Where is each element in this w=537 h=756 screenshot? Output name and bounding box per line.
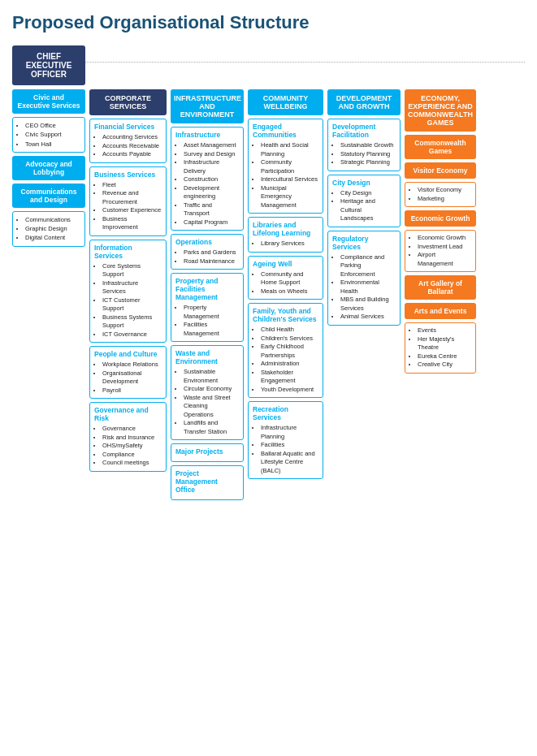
development-header: DEVELOPMENT AND GROWTH — [327, 89, 401, 115]
operations-section: Operations Parks and Gardens Road Mainte… — [171, 234, 244, 270]
list-item: Revenue and Procurement — [102, 189, 162, 206]
civic-services: CEO Office Civic Support Town Hall — [12, 117, 85, 153]
list-item: Town Hall — [25, 140, 80, 149]
list-item: Accounts Receivable — [102, 142, 162, 151]
ceo-row: CHIEF EXECUTIVE OFFICER — [12, 45, 525, 89]
economic-growth-section: Economic Growth Investment Lead Airport … — [405, 230, 476, 272]
list-item: Core Systems Support — [102, 262, 162, 279]
list-item: CEO Office — [25, 121, 80, 130]
infrastructure-section: Infrastructure Asset Management Survey a… — [171, 127, 244, 231]
regulatory-services: Regulatory Services Compliance and Parki… — [327, 231, 401, 326]
information-services: Information Services Core Systems Suppor… — [89, 240, 167, 343]
list-item: Youth Development — [261, 386, 318, 395]
corporate-column: CORPORATE SERVICES Financial Services Ac… — [89, 89, 167, 503]
list-item: Early Childhood Partnerships — [261, 343, 318, 360]
page-title: Proposed Organisational Structure — [12, 12, 525, 33]
list-item: Parks and Gardens — [184, 248, 239, 257]
list-item: Intercultural Services — [261, 175, 318, 184]
list-item: Environmental Health — [340, 279, 396, 296]
list-item: City Design — [340, 189, 396, 198]
list-item: Compliance and Parking Enforcement — [340, 253, 396, 279]
list-item: Strategic Planning — [340, 158, 396, 167]
list-item: Children's Services — [261, 335, 318, 343]
list-item: Facilities — [261, 441, 318, 450]
development-facilitation: Development Facilitation Sustainable Gro… — [327, 119, 401, 171]
list-item: Governance — [102, 425, 162, 434]
civic-header: Civic and Executive Services — [12, 89, 85, 114]
list-item: Stakeholder Engagement — [261, 369, 318, 386]
list-item: Eureka Centre — [418, 352, 471, 361]
economy-column: ECONOMY, EXPERIENCE AND COMMONWEALTH GAM… — [405, 89, 476, 503]
list-item: Waste and Street Cleaning Operations — [184, 394, 239, 420]
list-item: Marketing — [418, 195, 471, 204]
list-item: Airport Management — [418, 251, 471, 268]
list-item: Compliance — [102, 451, 162, 460]
list-item: ICT Governance — [102, 330, 162, 339]
list-item: Road Maintenance — [184, 257, 239, 266]
list-item: Animal Services — [340, 313, 396, 322]
commonwealth-games-header: Commonwealth Games — [405, 135, 476, 159]
list-item: Construction — [184, 175, 239, 184]
corporate-header: CORPORATE SERVICES — [89, 89, 167, 115]
list-item: Payroll — [102, 387, 162, 395]
list-item: Infrastructure Delivery — [184, 158, 239, 175]
list-item: Accounts Payable — [102, 150, 162, 159]
list-item: Investment Lead — [418, 243, 471, 252]
property-facilities: Property and Facilities Management Prope… — [171, 273, 244, 342]
list-item: Accounting Services — [102, 133, 162, 142]
list-item: Events — [418, 326, 471, 335]
engaged-communities: Engaged Communities Health and Social Pl… — [248, 119, 323, 214]
financial-services: Financial Services Accounting Services A… — [89, 119, 167, 163]
list-item: Sustainable Environment — [184, 368, 239, 385]
list-item: Circular Economy — [184, 385, 239, 394]
list-item: Infrastructure Services — [102, 279, 162, 296]
list-item: Business Systems Support — [102, 313, 162, 330]
list-item: Asset Management — [184, 141, 239, 150]
visitor-economy-section: Visitor Economy Marketing — [405, 182, 476, 207]
infrastructure-column: INFRASTRUCTURE AND ENVIRONMENT Infrastru… — [171, 89, 244, 503]
city-design: City Design City Design Heritage and Cul… — [327, 175, 401, 227]
economic-growth-header: Economic Growth — [405, 210, 476, 227]
list-item: Fleet — [102, 181, 162, 190]
list-item: Traffic and Transport — [184, 201, 239, 218]
ageing-well: Ageing Well Community and Home Support M… — [248, 256, 323, 300]
development-column: DEVELOPMENT AND GROWTH Development Facil… — [327, 89, 401, 503]
ceo-connector — [85, 62, 525, 63]
list-item: Visitor Economy — [418, 186, 471, 195]
list-item: Child Health — [261, 326, 318, 335]
list-item: Capital Program — [184, 218, 239, 227]
list-item: Sustainable Growth — [340, 141, 396, 150]
list-item: Her Majesty's Theatre — [418, 335, 471, 352]
list-item: Landfills and Transfer Station — [184, 419, 239, 436]
list-item: Civic Support — [25, 130, 80, 139]
recreation-services: Recreation Services Infrastructure Plann… — [248, 401, 323, 479]
list-item: Digital Content — [25, 233, 80, 242]
columns-section: Civic and Executive Services CEO Office … — [12, 89, 525, 503]
libraries-learning: Libraries and Lifelong Learning Library … — [248, 217, 323, 253]
list-item: Development engineering — [184, 184, 239, 201]
list-item: Community Participation — [261, 158, 318, 175]
list-item: ICT Customer Support — [102, 296, 162, 313]
list-item: Heritage and Cultural Landscapes — [340, 197, 396, 223]
major-projects: Major Projects — [171, 443, 244, 462]
governance-risk: Governance and Risk Governance Risk and … — [89, 402, 167, 472]
list-item: Graphic Design — [25, 224, 80, 233]
infrastructure-header: INFRASTRUCTURE AND ENVIRONMENT — [171, 89, 244, 123]
list-item: Creative City — [418, 361, 471, 369]
list-item: Property Management — [184, 304, 239, 321]
list-item: Facilities Management — [184, 321, 239, 338]
family-youth-children: Family, Youth and Children's Services Ch… — [248, 303, 323, 398]
list-item: Economic Growth — [418, 234, 471, 243]
list-item: Ballarat Aquatic and Lifestyle Centre (B… — [261, 450, 318, 476]
list-item: Library Services — [261, 240, 318, 248]
business-services: Business Services Fleet Revenue and Proc… — [89, 166, 167, 236]
art-gallery-header: Art Gallery of Ballarat — [405, 275, 476, 300]
list-item: Community and Home Support — [261, 270, 318, 287]
visitor-economy-header: Visitor Economy — [405, 162, 476, 179]
list-item: Administration — [261, 360, 318, 369]
people-culture: People and Culture Workplace Relations O… — [89, 346, 167, 399]
arts-events-section: Events Her Majesty's Theatre Eureka Cent… — [405, 322, 476, 374]
list-item: Organisational Development — [102, 369, 162, 387]
org-chart: CHIEF EXECUTIVE OFFICER Civic and Execut… — [12, 45, 525, 503]
project-management-office: Project Management Office — [171, 465, 244, 500]
